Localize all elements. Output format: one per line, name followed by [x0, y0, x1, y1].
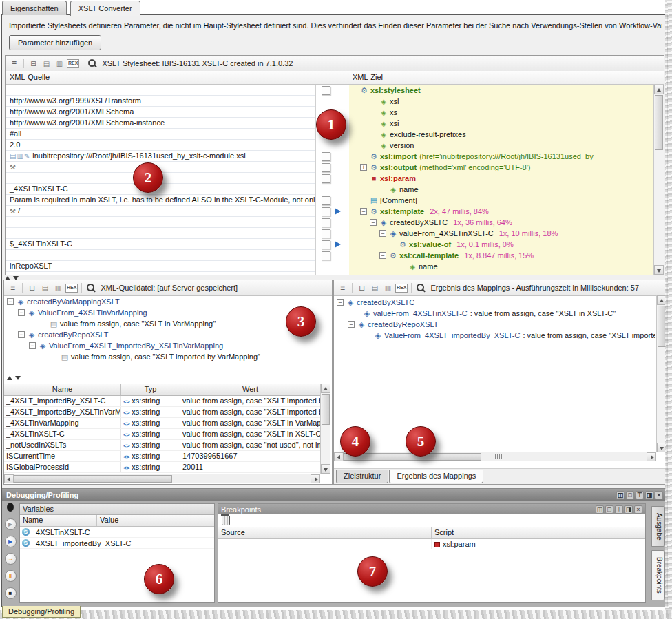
expander-icon[interactable]: −	[7, 298, 14, 305]
debugging-profiling-bottom-tab[interactable]: Debugging/Profiling	[2, 606, 81, 618]
toolbar-separator[interactable]	[83, 59, 83, 68]
menu-icon[interactable]: ≡	[7, 282, 19, 293]
expander-icon[interactable]: −	[379, 230, 386, 237]
bug-icon[interactable]	[7, 503, 14, 512]
mapping-marker[interactable]	[316, 96, 349, 107]
collapse-all-icon[interactable]: ▥	[52, 282, 64, 293]
target-tree-row[interactable]: −xsl:template2x, 47 millis, 84%	[349, 206, 653, 217]
source-tree-row[interactable]: value from assign, case "XSLT imported b…	[6, 351, 330, 362]
add-parameter-button[interactable]: Parameter hinzufügen	[9, 35, 101, 50]
tree-structure-icon[interactable]: ⊟	[28, 58, 39, 69]
expand-all-icon[interactable]: ▤	[369, 282, 381, 293]
variable-row[interactable]: _4XSLTinVarMapping xs:string value from …	[4, 418, 320, 429]
scroll-right-arrow[interactable]	[311, 474, 320, 483]
source-tree-row[interactable]: −ValueFrom_4XSLTinVarMapping	[6, 307, 330, 318]
tree-structure-icon[interactable]: ⊟	[356, 282, 368, 293]
scrollbar-thumb[interactable]	[322, 394, 330, 425]
source-row[interactable]	[6, 250, 315, 261]
source-row[interactable]: 2.0	[6, 140, 315, 151]
table-vertical-scrollbar[interactable]	[320, 384, 330, 474]
scrollbar-thumb[interactable]	[655, 95, 663, 150]
source-row[interactable]: Param is required in main XSLT, i.e. has…	[6, 195, 315, 206]
target-tree-row[interactable]: xs	[349, 107, 653, 118]
scroll-up-arrow[interactable]	[321, 384, 330, 393]
source-row[interactable]: http://www.w3.org/2001/XMLSchema-instanc…	[6, 118, 315, 129]
expander-icon[interactable]: −	[370, 219, 377, 226]
mapping-marker[interactable]	[316, 85, 349, 96]
search-icon[interactable]	[85, 282, 96, 293]
expander-icon[interactable]: −	[379, 252, 386, 259]
table-splitter-grip[interactable]	[7, 375, 21, 381]
mapping-vertical-scrollbar[interactable]	[653, 85, 664, 275]
variable-row[interactable]: ISCurrentTime xs:string 1470399651667	[4, 451, 320, 462]
toolbar-separator[interactable]	[411, 283, 412, 293]
scroll-right-arrow[interactable]	[647, 452, 656, 461]
scroll-up-arrow[interactable]	[654, 85, 664, 94]
minimize-icon[interactable]: ◫	[596, 505, 604, 514]
source-row[interactable]	[6, 228, 315, 239]
regex-search-icon[interactable]: REX	[65, 284, 78, 293]
source-row[interactable]: http://www.w3.org/1999/XSL/Transform	[6, 96, 315, 107]
expander-icon[interactable]: −	[18, 331, 25, 338]
table-horizontal-scrollbar[interactable]	[4, 474, 320, 483]
top-tab[interactable]: Eigenschaften	[2, 1, 67, 15]
variable-row[interactable]: _4XSLT_importedBy_XSLTinVarMapping xs:st…	[4, 407, 320, 418]
target-tree-row[interactable]: xsl:value-of1x, 0.1 millis, 0%	[349, 239, 653, 250]
menu-icon[interactable]: ≡	[337, 282, 348, 293]
delete-breakpoint-icon[interactable]	[222, 516, 230, 525]
scroll-down-arrow[interactable]	[654, 265, 664, 275]
result-horizontal-scrollbar[interactable]	[334, 452, 656, 461]
search-icon[interactable]	[87, 58, 98, 69]
menu-icon[interactable]: ≡	[8, 58, 20, 69]
target-tree-row[interactable]: xsi	[349, 118, 653, 129]
expander-icon[interactable]: +	[360, 164, 367, 171]
expander-icon[interactable]: −	[360, 208, 367, 215]
source-row[interactable]: http://www.w3.org/2001/XMLSchema	[6, 107, 315, 118]
run-button[interactable]: ▶	[5, 518, 17, 530]
pause-button[interactable]: ‖	[5, 570, 17, 582]
target-tree-row[interactable]: name	[349, 261, 653, 272]
debug-variable-row[interactable]: S _4XSLTinXSLT-C	[20, 527, 214, 538]
scroll-down-arrow[interactable]	[657, 443, 666, 452]
source-tree-row[interactable]: −ValueFrom_4XSLT_importedBy_XSLTinVarMap…	[6, 340, 330, 351]
pin-icon[interactable]: ⊤	[615, 505, 623, 514]
variable-row[interactable]: ISGlobalProcessId xs:string 20011	[4, 462, 320, 473]
result-tab[interactable]: Zielstruktur	[336, 470, 388, 483]
source-row[interactable]: #all	[6, 129, 315, 140]
result-tab[interactable]: Ergebnis des Mappings	[389, 470, 483, 483]
mapping-marker[interactable]	[316, 195, 349, 206]
expander-icon[interactable]: −	[29, 342, 36, 349]
result-tree-row[interactable]: −createdByRepoXSLT	[335, 319, 655, 330]
mapping-marker[interactable]	[316, 162, 349, 173]
scroll-up-arrow[interactable]	[657, 295, 666, 305]
source-tree-row[interactable]: −createdByVarMappingXSLT	[6, 296, 330, 307]
target-tree-row[interactable]: [Comment]	[349, 195, 653, 206]
source-row[interactable]: inRepoXSLT	[6, 261, 315, 272]
mapping-marker[interactable]	[316, 217, 349, 228]
pin-icon[interactable]: ⊤	[636, 491, 644, 499]
minimize-icon[interactable]: ◫	[616, 491, 624, 499]
float-icon[interactable]: ◨	[645, 491, 653, 499]
source-row[interactable]: ▤▥✎inubitrepository:///Root/jh/IBIS-1613…	[6, 151, 315, 162]
scrollbar-thumb[interactable]	[14, 475, 172, 483]
toolbar-separator[interactable]	[22, 283, 23, 293]
scroll-left-arrow[interactable]	[334, 452, 344, 461]
mapping-marker[interactable]	[316, 151, 349, 162]
mapping-marker[interactable]	[316, 206, 349, 217]
breakpoint-row[interactable]: xsl:param	[218, 539, 645, 549]
expander-icon[interactable]: −	[348, 321, 355, 328]
regex-search-icon[interactable]: REX	[67, 59, 79, 68]
scroll-left-arrow[interactable]	[4, 474, 14, 483]
expand-all-icon[interactable]: ▤	[41, 58, 52, 69]
target-tree-row[interactable]: −createdByXSLTC1x, 36 millis, 64%	[349, 217, 653, 228]
source-tree-row[interactable]: value from assign, case "XSLT in VarMapp…	[6, 318, 330, 329]
top-tab[interactable]: XSLT Converter	[70, 1, 140, 16]
expander-icon[interactable]: −	[18, 309, 25, 316]
tree-structure-icon[interactable]: ⊟	[26, 282, 38, 293]
close-icon[interactable]: ×	[655, 491, 663, 499]
variable-row[interactable]: _notUsedInXSLTs xs:string value from ass…	[4, 440, 320, 451]
mapping-marker[interactable]	[316, 250, 349, 261]
debug-variable-row[interactable]: S _4XSLT_importedBy_XSLT-C	[20, 538, 214, 549]
target-tree-row[interactable]: version	[349, 140, 653, 151]
target-tree-row[interactable]: xsl	[349, 96, 653, 107]
